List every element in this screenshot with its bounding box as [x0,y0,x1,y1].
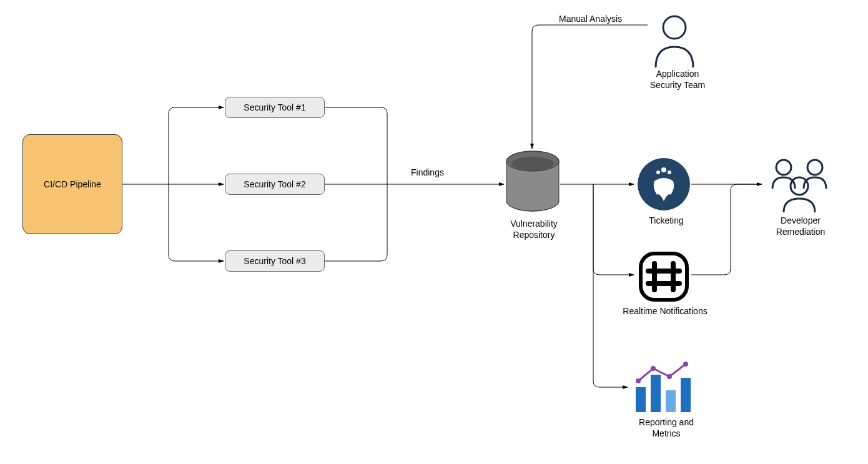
svg-point-5 [656,170,660,174]
security-tool-2-label: Security Tool #2 [244,179,305,189]
people-group-icon [765,155,834,216]
svg-point-18 [651,366,656,371]
svg-point-23 [791,177,808,195]
appsec-team-label: Application Security Team [643,69,712,91]
diagram-canvas: CI/CD Pipeline Security Tool #1 Security… [0,0,868,464]
svg-point-7 [668,170,671,174]
ticketing-icon [636,156,692,214]
pipeline-label: CI/CD Pipeline [44,179,101,189]
manual-analysis-edge-label: Manual Analysis [559,14,622,25]
security-tool-1-label: Security Tool #1 [244,102,305,112]
findings-edge-label: Findings [411,167,444,179]
svg-point-6 [661,167,666,172]
vuln-repo-label: Vulnerability Repository [500,219,568,240]
svg-point-20 [683,362,688,367]
chat-icon [636,249,692,307]
svg-rect-14 [651,375,661,412]
svg-rect-8 [641,254,687,300]
database-icon [505,150,561,220]
person-icon [649,12,699,71]
svg-point-21 [776,160,791,175]
notifications-label: Realtime Notifications [618,306,712,317]
security-tool-3-label: Security Tool #3 [244,256,305,266]
developer-label: Developer Remediation [763,215,838,237]
svg-point-3 [663,16,686,39]
security-tool-3-node: Security Tool #3 [225,250,325,272]
reporting-label: Reporting and Metrics [632,417,701,439]
ticketing-label: Ticketing [644,215,688,227]
pipeline-node: CI/CD Pipeline [22,134,122,234]
svg-rect-13 [636,387,646,412]
security-tool-2-node: Security Tool #2 [225,174,325,195]
svg-rect-15 [666,390,676,412]
svg-rect-16 [681,378,691,412]
svg-point-22 [807,160,822,175]
connectors [0,0,868,464]
svg-point-2 [511,157,554,170]
svg-point-17 [636,378,641,383]
svg-point-19 [667,374,672,379]
security-tool-1-node: Security Tool #1 [225,97,325,118]
chart-icon [631,359,699,417]
